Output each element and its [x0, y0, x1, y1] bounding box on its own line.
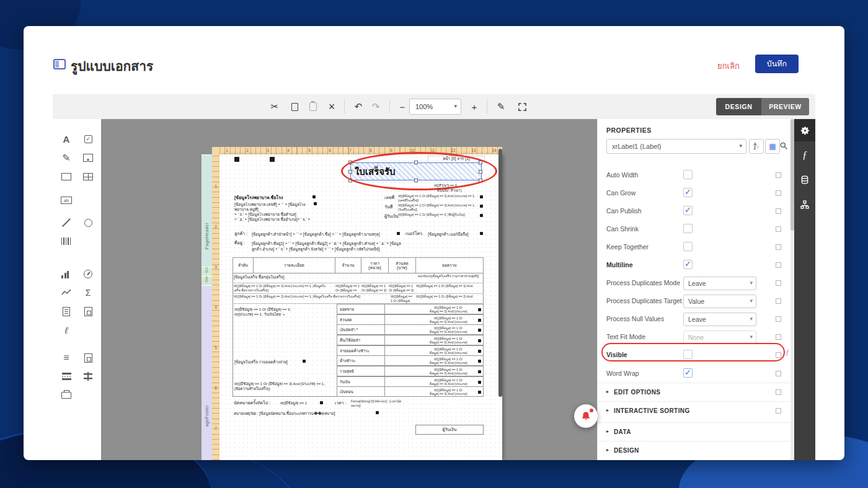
- property-marker[interactable]: [776, 334, 781, 340]
- detail-expression[interactable]: Iif(([มีข้อมูล] == 1 Or [มีข้อมูล] == 3)…: [416, 295, 482, 303]
- properties-tab-gear-icon[interactable]: [794, 119, 815, 141]
- report-page[interactable]: หน้า {0} จาก {1} ใบเสร็จรับ Iif([สำเนา] …: [219, 154, 502, 460]
- visible-checkbox[interactable]: [683, 350, 693, 359]
- detail-expression[interactable]: Iif(([มีข้อมูล] == 1 Or [มีข้อมูล] == 3)…: [391, 295, 414, 303]
- zoom-out-icon[interactable]: −: [394, 94, 410, 119]
- signature-box[interactable]: ผู้รับเงิน: [415, 425, 484, 435]
- summary-value[interactable]: Iif(([มีข้อมูล] == 1 Orข้อมูล] == 3) And…: [384, 314, 484, 325]
- zoom-in-icon[interactable]: +: [466, 94, 482, 119]
- summary-label[interactable]: เงินทอน: [337, 386, 385, 397]
- zoom-select[interactable]: 100% ▾: [409, 99, 461, 115]
- chart-tool-icon[interactable]: [59, 267, 74, 282]
- copy-icon[interactable]: [286, 94, 303, 119]
- pageinfo-tool-icon[interactable]: [59, 304, 74, 319]
- selected-title-label[interactable]: ใบเสร็จรับ: [350, 162, 482, 180]
- property-marker[interactable]: [776, 280, 781, 286]
- group-sum-expression[interactable]: sumSum([ข้อมูลใบเสร็จ.รวมราคาขายสุทธิ]): [418, 274, 482, 282]
- appointment-label[interactable]: นัดหมายครั้งถัดไป :: [234, 401, 270, 406]
- payment-expression[interactable]: Iif([มีข้อมูล] == 1 Or [มีข้อมูล] == 3,: [234, 308, 291, 313]
- redo-icon[interactable]: ↷: [368, 94, 384, 119]
- property-marker[interactable]: [776, 316, 781, 322]
- resize-handle[interactable]: [348, 179, 352, 182]
- property-marker[interactable]: [776, 226, 781, 232]
- property-marker[interactable]: [776, 298, 781, 304]
- multiline-checkbox[interactable]: [683, 260, 693, 269]
- customer-label[interactable]: ลูกค้า :: [234, 231, 247, 237]
- can-publish-checkbox[interactable]: [683, 206, 693, 215]
- shape-tool-icon[interactable]: [81, 215, 95, 230]
- note-field[interactable]: หมายเหตุ/นัด : [ข้อมูลนัดหมาย.ชื่อประเภท…: [234, 411, 335, 416]
- footer-expression[interactable]: Iif(([มีข้อมูล] == 1 Or [มีข้อมูล] == 3)…: [234, 382, 325, 387]
- address-label[interactable]: ที่อยู่ :: [234, 241, 245, 246]
- footer-expression[interactable]: [ข้อความท้ายใบเสร็จ]): [234, 387, 270, 392]
- due-field[interactable]: [ข้อมูลใบเสร็จ.รวมยอดค้างจ่าย]: [234, 360, 288, 365]
- summary-label[interactable]: ยอดขาย: [337, 304, 385, 314]
- doc-date-label[interactable]: วันที่: [384, 205, 392, 210]
- section-design[interactable]: ▸ DESIGN: [598, 441, 791, 459]
- property-marker[interactable]: [776, 408, 781, 414]
- tab-preview[interactable]: PREVIEW: [761, 98, 809, 115]
- property-marker[interactable]: [776, 262, 781, 268]
- line-tool-icon[interactable]: [59, 215, 74, 230]
- summary-label[interactable]: ส่วนลด: [337, 314, 385, 325]
- summary-value[interactable]: Iif(([มีข้อมูล] == 1 Orข้อมูล] == 3) And…: [384, 304, 484, 314]
- address-expression[interactable]: ลูกค้า.อำเภอ] + ' จ.' + [ข้อมูลลูกค้า.จั…: [252, 247, 379, 252]
- customer-expression[interactable]: [ข้อมูลลูกค้า.คำนำหน้า] + ' ' + [ข้อมูลล…: [252, 232, 396, 237]
- section-edit-options[interactable]: ▸ EDIT OPTIONS: [598, 383, 791, 401]
- section-interactive-sorting[interactable]: ▸ INTERACTIVE SORTING: [598, 401, 791, 420]
- category-view-button[interactable]: ▦: [765, 139, 780, 154]
- summary-label[interactable]: เงินมัดจำ *: [337, 324, 385, 335]
- sort-az-button[interactable]: AZ↓: [749, 139, 764, 154]
- doc-cashier-expression[interactable]: Iif([มีข้อมูล] == 1 Or [มีข้อมูล] == 3, …: [398, 213, 477, 221]
- time-expression[interactable]: FormatString('{0:HH:mm}', [เวลานัดหมาย]): [351, 399, 403, 407]
- phone-expression[interactable]: [ข้อมูลลูกค้า.เบอร์มือถือ]: [428, 232, 469, 237]
- cancel-button[interactable]: ยกเลิก: [714, 60, 743, 73]
- fullscreen-icon[interactable]: [514, 94, 530, 119]
- can-shrink-checkbox[interactable]: [683, 224, 693, 233]
- notification-bell-button[interactable]: [574, 404, 598, 428]
- barcode-tool-icon[interactable]: [59, 234, 74, 249]
- report-structure-tab-icon[interactable]: [794, 193, 815, 216]
- keep-together-checkbox[interactable]: [683, 242, 693, 251]
- canvas-scrollbar[interactable]: [498, 149, 502, 397]
- label-tool-icon[interactable]: A: [59, 131, 74, 146]
- payment-expression[interactable]: Iif([ประเภท] == 1, 'รับเงินโดย' +: [234, 313, 285, 317]
- summary-value[interactable]: Iif(([มีข้อมูล] == 1 Orข้อมูล] == 3) And…: [384, 324, 484, 335]
- field-tool-icon[interactable]: ab: [59, 193, 74, 208]
- property-marker[interactable]: [776, 190, 781, 196]
- summary-value[interactable]: Iif(([มีข้อมูล] == 1 Orข้อมูล] == 3) And…: [384, 366, 484, 376]
- property-marker[interactable]: [776, 352, 781, 358]
- summary-label[interactable]: คืน/ใช้มัดจำ: [337, 335, 385, 345]
- delete-icon[interactable]: ×: [324, 94, 340, 119]
- richtext-tool-icon[interactable]: ✎: [59, 150, 74, 165]
- copy-expression[interactable]: Iif([สำเนา] == 0,: [434, 184, 458, 188]
- summary-label[interactable]: จ่ายยอดค้างชำระ: [337, 345, 385, 356]
- doc-date-expression[interactable]: Iif([มีข้อมูล] == 1 Or [มีข้อมูล] == 3) …: [398, 203, 477, 211]
- table-tool-icon[interactable]: [81, 169, 95, 184]
- logo-placeholder-icon[interactable]: [234, 157, 239, 162]
- hospital-name-field[interactable]: [ข้อมูลโรงพยาบาล.ชื่อโรง: [234, 195, 283, 201]
- sparkline-tool-icon[interactable]: [59, 285, 74, 300]
- resize-handle[interactable]: [479, 170, 482, 174]
- subreport-tool-icon[interactable]: [81, 350, 95, 365]
- copy-expression[interactable]: 'ต้นฉบับ','สำเนา'): [436, 189, 462, 193]
- paste-icon[interactable]: [305, 94, 321, 119]
- element-selector[interactable]: xrLabel1 (Label) ▾: [606, 139, 746, 154]
- tab-design[interactable]: DESIGN: [716, 98, 761, 115]
- gauge-tool-icon[interactable]: [81, 267, 95, 282]
- process-duplicates-mode-select[interactable]: Leave▾: [683, 277, 756, 290]
- table-header[interactable]: รายละเอียด: [253, 257, 335, 273]
- property-marker[interactable]: [776, 208, 781, 214]
- table-header[interactable]: ราคา (หน่วย): [361, 257, 389, 273]
- hospital-address-field[interactable]: พยาบาล.หมู่ที่]: [234, 207, 259, 212]
- summary-value[interactable]: Iif(([มีข้อมูล] == 1 Orข้อมูล] == 3) And…: [384, 376, 484, 387]
- summary-label[interactable]: รวมสุทธิ: [337, 366, 385, 376]
- summary-value[interactable]: Iif(([มีข้อมูล] == 1 Orข้อมูล] == 3) And…: [384, 386, 484, 397]
- process-duplicates-target-select[interactable]: Value▾: [683, 295, 756, 308]
- address-expression[interactable]: [ข้อมูลลูกค้า.ที่อยู่1] + ' ' + [ข้อมูลล…: [252, 241, 401, 246]
- process-null-values-select[interactable]: Leave▾: [683, 313, 756, 326]
- logo-placeholder-icon[interactable]: [270, 157, 275, 162]
- summary-value[interactable]: Iif(([มีข้อมูล] == 1 Orข้อมูล] == 3) And…: [384, 335, 484, 345]
- doc-no-label[interactable]: เลขที่: [384, 195, 394, 201]
- hospital-address-field[interactable]: + ' ถ.' + [ข้อมูลโรงพยาบาล.ชื่อตำบล]: [234, 212, 296, 217]
